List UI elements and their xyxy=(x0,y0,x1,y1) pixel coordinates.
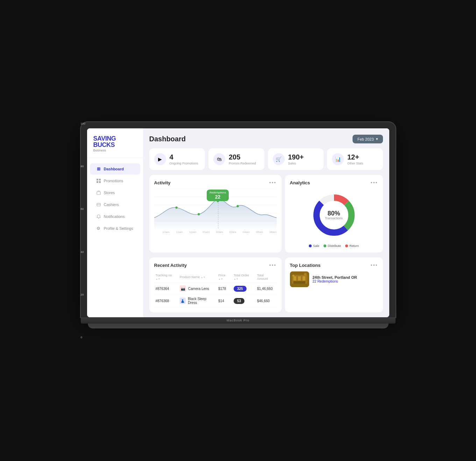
cell-product: 👗 Black Sleep Dress xyxy=(178,295,217,307)
return-label: Return xyxy=(349,244,359,248)
cell-total-amount: $46,660 xyxy=(256,295,277,307)
dashboard-icon: ⊞ xyxy=(96,166,101,171)
top-locations-card: Top Locations ••• xyxy=(285,257,383,312)
chevron-down-icon: ▾ xyxy=(376,137,378,141)
stat-label: Promos Redeemed xyxy=(229,162,256,165)
cell-tracking: #876368 xyxy=(154,295,178,307)
cell-total-amount: $1,46,660 xyxy=(256,283,277,295)
sidebar-item-profile[interactable]: ⚙ Profile & Settings xyxy=(90,223,140,234)
page-title: Dashboard xyxy=(149,135,186,143)
analytics-legend: Sale Distribute Return xyxy=(309,244,359,248)
cell-price: $178 xyxy=(217,283,232,295)
logo-area: SAVINGBUCKS Business xyxy=(87,135,143,158)
col-total-amount: Total Amount xyxy=(256,271,277,283)
svg-rect-25 xyxy=(298,276,301,281)
sidebar-item-cashiers[interactable]: Cashiers xyxy=(90,199,140,210)
tooltip-value: 22 xyxy=(209,194,226,200)
location-info: 24th Street, Portland OR 22 Redemptions xyxy=(313,275,357,283)
col-price: Price ▲▼ xyxy=(217,271,232,283)
stat-card-redeemed: 🛍 205 Promos Redeemed xyxy=(208,148,264,170)
product-icon: 📷 xyxy=(180,285,186,292)
donut-container: 80% Transactions Sale xyxy=(290,189,378,248)
cell-total-order: 53 xyxy=(232,295,256,307)
laptop-label: MacBook Pro xyxy=(227,319,249,322)
activity-menu-button[interactable]: ••• xyxy=(269,180,277,185)
date-picker[interactable]: Feb 2023 ▾ xyxy=(353,135,383,143)
cell-tracking: #876364 xyxy=(154,283,178,295)
settings-icon: ⚙ xyxy=(96,226,101,231)
sidebar-item-stores[interactable]: Stores xyxy=(90,187,140,198)
distribute-dot xyxy=(324,244,326,247)
stat-label: Ongoing Promotions xyxy=(170,162,198,165)
sidebar-item-notifications[interactable]: Notifications xyxy=(90,211,140,222)
recent-activity-table: Tracking no ▲▼ Product Name ▲▼ Price ▲▼ … xyxy=(154,271,277,307)
table-header-row: Tracking no ▲▼ Product Name ▲▼ Price ▲▼ … xyxy=(154,271,277,283)
stat-number: 4 xyxy=(170,154,198,161)
svg-rect-4 xyxy=(97,192,100,194)
table-row: #876368 👗 Black Sleep Dress $14 xyxy=(154,295,277,307)
analytics-card-header: Analytics ••• xyxy=(290,180,378,185)
donut-chart: 80% Transactions xyxy=(311,192,357,238)
order-badge: 325 xyxy=(234,286,247,292)
tooltip-label: Redemptions xyxy=(209,191,226,194)
product-icon: 👗 xyxy=(180,298,186,304)
sale-dot xyxy=(309,244,312,247)
sidebar: SAVINGBUCKS Business ⊞ Dashboard Promoti… xyxy=(87,128,143,317)
legend-sale: Sale xyxy=(309,244,319,248)
legend-distribute: Distribute xyxy=(324,244,341,248)
svg-point-13 xyxy=(175,206,177,209)
activity-chart-card: Activity ••• 100806040200 xyxy=(149,175,282,253)
logo-sub: Business xyxy=(93,149,137,152)
cell-total-order: 325 xyxy=(232,283,256,295)
recent-activity-menu-button[interactable]: ••• xyxy=(269,262,277,268)
distribute-label: Distribute xyxy=(328,244,341,248)
date-label: Feb 2023 xyxy=(357,137,374,141)
svg-point-29 xyxy=(304,273,307,276)
stores-icon xyxy=(96,190,101,195)
sale-label: Sale xyxy=(313,244,319,248)
recent-activity-title: Recent Activity xyxy=(154,263,187,268)
svg-rect-5 xyxy=(97,203,100,206)
stats-icon: 📊 xyxy=(332,153,344,165)
col-total-order: Total Order ▲▼ xyxy=(232,271,256,283)
return-dot xyxy=(345,244,348,247)
activity-title: Activity xyxy=(154,180,171,185)
cell-price: $14 xyxy=(217,295,232,307)
order-badge: 53 xyxy=(234,298,244,304)
laptop-base xyxy=(88,324,389,328)
play-icon: ▶ xyxy=(154,153,166,165)
logo-text: SAVINGBUCKS xyxy=(93,135,137,148)
location-item: 24th Street, Portland OR 22 Redemptions xyxy=(290,271,378,287)
promotions-icon xyxy=(96,178,101,183)
stat-card-sales: 🛒 190+ Sales xyxy=(268,148,324,170)
donut-center: 80% Transactions xyxy=(325,210,343,220)
analytics-menu-button[interactable]: ••• xyxy=(371,180,378,185)
donut-label: Transactions xyxy=(325,217,343,220)
location-redemptions: 22 Redemptions xyxy=(313,279,357,283)
stat-card-other: 📊 12+ Other Stats xyxy=(327,148,383,170)
cashiers-icon xyxy=(96,202,101,207)
cell-product: 📷 Camera Lens xyxy=(178,283,217,295)
location-name: 24th Street, Portland OR xyxy=(313,275,357,279)
sidebar-item-promotions[interactable]: Promotions xyxy=(90,175,140,186)
stat-card-promotions: ▶ 4 Ongoing Promotions xyxy=(149,148,205,170)
recent-activity-header: Recent Activity ••• xyxy=(154,262,277,268)
main-content: Dashboard Feb 2023 ▾ ▶ 4 Ongoing Promoti… xyxy=(143,128,389,317)
charts-row: Activity ••• 100806040200 xyxy=(149,175,383,253)
svg-rect-0 xyxy=(97,179,98,180)
stat-number: 205 xyxy=(229,154,256,161)
stat-label: Other Stats xyxy=(347,162,363,165)
svg-point-14 xyxy=(198,213,200,215)
page-header: Dashboard Feb 2023 ▾ xyxy=(149,135,383,143)
cart-icon: 🛒 xyxy=(273,153,285,165)
donut-percent: 80% xyxy=(325,210,343,217)
svg-rect-2 xyxy=(97,181,98,183)
notifications-icon xyxy=(96,214,101,219)
stat-label: Sales xyxy=(288,162,304,165)
location-image xyxy=(290,271,309,287)
top-locations-menu-button[interactable]: ••• xyxy=(371,262,378,268)
sidebar-item-dashboard[interactable]: ⊞ Dashboard xyxy=(90,163,140,175)
svg-rect-27 xyxy=(293,281,305,284)
stat-number: 12+ xyxy=(347,154,363,161)
col-product: Product Name ▲▼ xyxy=(178,271,217,283)
